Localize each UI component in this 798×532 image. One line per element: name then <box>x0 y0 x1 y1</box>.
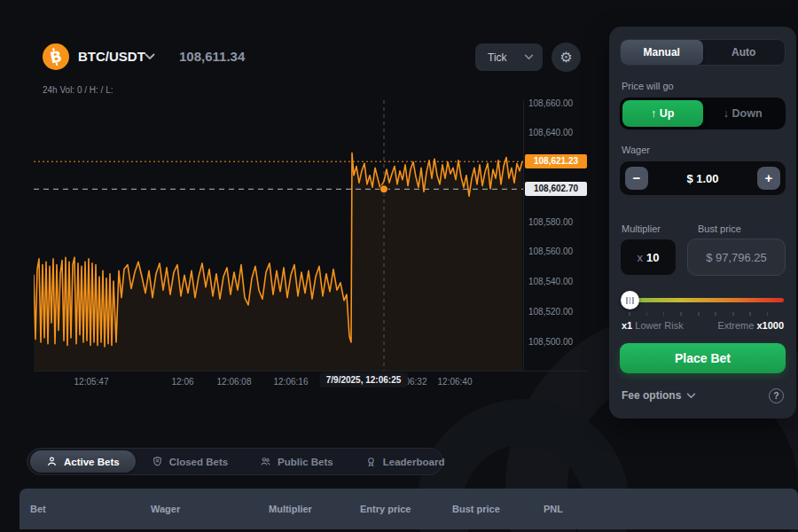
risk-slider-track[interactable] <box>629 298 784 302</box>
risk-min: x1 <box>622 320 632 331</box>
up-button[interactable]: ↑ Up <box>622 100 703 127</box>
bitcoin-icon: B <box>43 43 69 70</box>
last-price: 108,611.34 <box>179 49 245 64</box>
risk-min-label: Lower Risk <box>635 320 683 331</box>
table-column-header-bust-price: Bust price <box>452 504 500 514</box>
users-icon <box>260 456 271 467</box>
direction-toggle: ↑ Up ↓ Down <box>620 98 786 129</box>
table-column-header-pnl: PNL <box>544 504 563 514</box>
table-column-header-bet: Bet <box>30 504 46 514</box>
bets-tabs: Active Bets Closed Bets Public Bets Lead… <box>27 448 443 475</box>
risk-slider-ticks <box>629 312 784 316</box>
entry-price-badge: 108,602.70 <box>525 182 587 196</box>
wager-label: Wager <box>622 145 650 155</box>
time-axis-label-12:06:40: 12:06:40 <box>438 377 473 387</box>
risk-max-label: Extreme <box>717 320 754 331</box>
table-column-header-wager: Wager <box>151 504 180 514</box>
risk-slider <box>622 291 784 309</box>
price-area-fill <box>34 153 522 372</box>
bet-panel: Manual Auto Price will go ↑ Up ↓ Down Wa… <box>609 27 796 419</box>
y-axis-label-108,540.00: 108,540.00 <box>528 277 573 286</box>
interval-dropdown[interactable]: Tick <box>475 43 543 71</box>
tab-label: Active Bets <box>64 457 120 467</box>
risk-labels: x1 Lower Risk Extreme x1000 <box>622 320 784 331</box>
crosshair-time-tooltip: 7/9/2025, 12:06:25 <box>320 372 408 387</box>
tab-active-bets[interactable]: Active Bets <box>30 450 136 473</box>
wager-amount[interactable]: $ 1.00 <box>648 172 757 185</box>
tab-public-bets[interactable]: Public Bets <box>244 450 349 473</box>
entry-point-dot <box>380 185 388 193</box>
bust-price-label: Bust price <box>698 223 741 234</box>
person-icon <box>46 456 58 467</box>
gear-icon[interactable]: ⚙ <box>552 43 581 72</box>
chevron-down-icon[interactable] <box>145 53 155 60</box>
shield-icon <box>152 456 163 467</box>
direction-label: Price will go <box>622 81 674 91</box>
axis-separator <box>523 100 524 371</box>
multiplier-input[interactable]: x 10 <box>620 239 677 276</box>
current-price-badge: 108,621.23 <box>525 154 587 168</box>
arrow-down-icon: ↓ <box>724 107 729 120</box>
increase-wager-button[interactable]: + <box>757 167 780 190</box>
tab-closed-bets[interactable]: Closed Bets <box>136 450 244 473</box>
price-chart[interactable] <box>34 100 523 371</box>
bust-price-value: $ 97,796.25 <box>687 239 786 276</box>
arrow-up-icon: ↑ <box>651 107 656 120</box>
time-axis-label-12:06:16: 12:06:16 <box>274 377 309 387</box>
y-axis-label-108,520.00: 108,520.00 <box>528 307 573 317</box>
pair-selector[interactable]: BTC/USDT <box>78 49 145 64</box>
x-axis: 12:05:4712:0612:06:0812:06:1612:06:3212:… <box>34 373 523 395</box>
y-axis-label-108,500.00: 108,500.00 <box>528 337 573 347</box>
risk-max: x1000 <box>756 320 784 331</box>
chevron-down-icon <box>524 54 534 60</box>
tab-leaderboard[interactable]: Leaderboard <box>349 450 461 473</box>
y-axis-label-108,640.00: 108,640.00 <box>528 128 573 137</box>
decrease-wager-button[interactable]: − <box>625 167 648 190</box>
manual-mode-button[interactable]: Manual <box>621 40 703 65</box>
fee-options-row: Fee options ? <box>622 387 784 404</box>
y-axis-label-108,580.00: 108,580.00 <box>528 217 573 227</box>
down-button[interactable]: ↓ Down <box>703 100 784 127</box>
multiplier-label: Multiplier <box>622 223 661 234</box>
auto-mode-button[interactable]: Auto <box>703 40 786 65</box>
time-axis-label-12:06: 12:06 <box>171 377 193 387</box>
tab-label: Leaderboard <box>383 457 445 467</box>
time-axis-label-12:05:47: 12:05:47 <box>74 377 109 387</box>
multiplier-prefix: x <box>638 251 644 264</box>
up-label: Up <box>660 107 675 120</box>
mode-toggle: Manual Auto <box>620 39 786 66</box>
fee-options-label[interactable]: Fee options <box>622 389 681 402</box>
risk-slider-handle[interactable] <box>621 291 639 309</box>
tab-label: Public Bets <box>278 457 333 467</box>
chevron-down-icon[interactable] <box>686 393 696 399</box>
interval-label: Tick <box>488 51 524 64</box>
table-column-header-entry-price: Entry price <box>360 504 411 514</box>
trading-app: B BTC/USDT 108,611.34 24h Vol: 0 / H: / … <box>0 0 798 532</box>
wager-input: − $ 1.00 + <box>620 161 786 195</box>
y-axis-label-108,560.00: 108,560.00 <box>528 246 573 256</box>
down-label: Down <box>732 107 763 120</box>
multiplier-value: 10 <box>646 251 659 264</box>
tab-label: Closed Bets <box>169 457 228 467</box>
medal-icon <box>365 456 377 467</box>
y-axis: 108,660.00108,640.00108,580.00108,560.00… <box>525 0 589 532</box>
time-axis-label-12:06:08: 12:06:08 <box>217 377 252 387</box>
bets-table-header: BetWagerMultiplierEntry priceBust priceP… <box>20 489 798 529</box>
y-axis-label-108,660.00: 108,660.00 <box>528 98 573 108</box>
x-axis-line <box>34 371 587 372</box>
help-icon[interactable]: ? <box>769 388 784 403</box>
market-stats: 24h Vol: 0 / H: / L: <box>43 85 113 95</box>
place-bet-button[interactable]: Place Bet <box>620 343 786 373</box>
table-column-header-multiplier: Multiplier <box>269 504 312 514</box>
